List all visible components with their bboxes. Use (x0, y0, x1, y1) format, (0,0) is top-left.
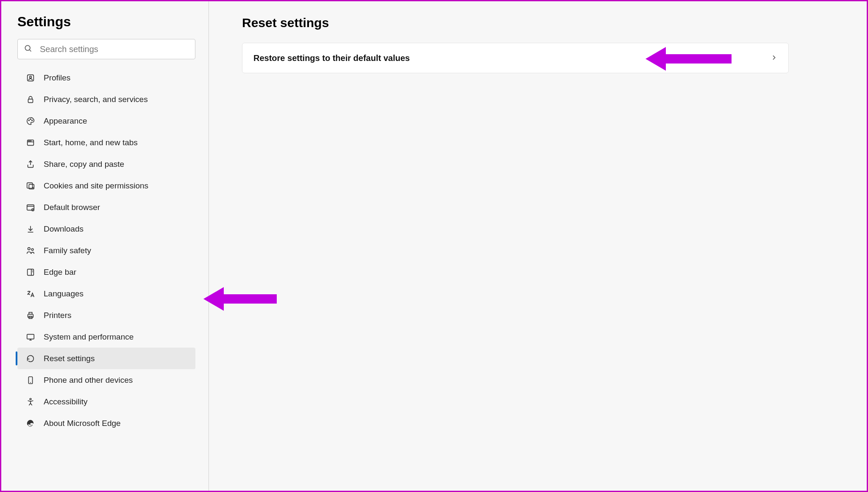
sidebar-item-family[interactable]: Family safety (17, 240, 195, 261)
main-content: Reset settings Restore settings to their… (209, 1, 867, 491)
svg-rect-22 (28, 269, 34, 276)
sidebar-item-tabs[interactable]: Start, home, and new tabs (17, 132, 195, 153)
sidebar-item-label: About Microsoft Edge (44, 419, 121, 428)
profiles-icon (24, 73, 37, 83)
tabs-icon (24, 138, 37, 147)
svg-point-5 (28, 120, 29, 121)
sidebar-item-label: System and performance (44, 332, 134, 342)
svg-point-20 (28, 248, 31, 250)
svg-point-15 (33, 188, 33, 188)
sidebar-item-label: Privacy, search, and services (44, 95, 148, 104)
svg-line-1 (30, 50, 31, 52)
search-input[interactable] (40, 44, 189, 54)
accessibility-icon (24, 397, 37, 406)
chevron-right-icon (771, 53, 777, 63)
svg-point-0 (25, 45, 30, 50)
svg-point-6 (30, 119, 31, 119)
settings-sidebar: Settings ProfilesPrivacy, search, and se… (1, 1, 209, 491)
svg-point-21 (31, 249, 33, 251)
printer-icon (24, 310, 37, 320)
sidebar-item-label: Share, copy and paste (44, 160, 124, 169)
app-frame: Settings ProfilesPrivacy, search, and se… (0, 0, 868, 492)
sidebar-item-profiles[interactable]: Profiles (17, 67, 195, 88)
svg-rect-26 (28, 314, 33, 317)
sidebar-item-edgebar[interactable]: Edge bar (17, 261, 195, 283)
family-icon (24, 246, 37, 255)
restore-defaults-label: Restore settings to their default values (253, 53, 410, 63)
sidebar-item-download[interactable]: Downloads (17, 218, 195, 240)
sidebar-item-label: Reset settings (44, 354, 95, 363)
sidebar-item-label: Profiles (44, 73, 70, 83)
sidebar-item-label: Phone and other devices (44, 376, 133, 385)
language-icon (24, 289, 37, 299)
sidebar-item-edge[interactable]: About Microsoft Edge (17, 412, 195, 434)
search-box[interactable] (17, 39, 195, 59)
svg-rect-27 (29, 312, 32, 315)
reset-icon (24, 354, 37, 363)
sidebar-item-accessibility[interactable]: Accessibility (17, 391, 195, 412)
sidebar-item-label: Default browser (44, 203, 100, 212)
svg-rect-13 (27, 183, 33, 188)
svg-point-7 (32, 120, 33, 121)
svg-rect-29 (27, 334, 34, 339)
cookies-icon (24, 181, 37, 191)
sidebar-item-reset[interactable]: Reset settings (17, 348, 195, 369)
sidebar-item-label: Appearance (44, 116, 87, 126)
svg-point-11 (30, 141, 30, 141)
sidebar-item-label: Accessibility (44, 397, 87, 406)
sidebar-item-share[interactable]: Share, copy and paste (17, 153, 195, 175)
sidebar-item-label: Printers (44, 311, 71, 320)
page-title: Reset settings (242, 16, 850, 30)
edge-icon (24, 418, 37, 428)
edgebar-icon (24, 267, 37, 277)
svg-point-12 (31, 141, 31, 141)
search-icon (24, 44, 32, 54)
sidebar-item-lock[interactable]: Privacy, search, and services (17, 88, 195, 110)
sidebar-item-phone[interactable]: Phone and other devices (17, 369, 195, 391)
palette-icon (24, 116, 37, 126)
lock-icon (24, 94, 37, 104)
sidebar-item-palette[interactable]: Appearance (17, 110, 195, 132)
sidebar-item-label: Downloads (44, 224, 83, 234)
browser-icon (24, 202, 37, 212)
sidebar-item-language[interactable]: Languages (17, 283, 195, 304)
svg-rect-4 (28, 99, 33, 102)
sidebar-item-label: Languages (44, 289, 83, 299)
sidebar-item-system[interactable]: System and performance (17, 326, 195, 348)
sidebar-item-label: Start, home, and new tabs (44, 138, 138, 147)
svg-point-3 (30, 76, 32, 78)
sidebar-title: Settings (17, 14, 200, 30)
sidebar-item-label: Family safety (44, 246, 91, 255)
settings-nav: ProfilesPrivacy, search, and servicesApp… (17, 67, 200, 434)
svg-point-34 (30, 398, 31, 400)
phone-icon (24, 375, 37, 385)
system-icon (24, 332, 37, 342)
sidebar-item-printer[interactable]: Printers (17, 304, 195, 326)
sidebar-item-browser[interactable]: Default browser (17, 196, 195, 218)
sidebar-item-label: Cookies and site permissions (44, 181, 148, 191)
restore-defaults-row[interactable]: Restore settings to their default values (242, 43, 789, 73)
download-icon (24, 224, 37, 234)
svg-point-10 (28, 141, 29, 141)
share-icon (24, 159, 37, 169)
sidebar-item-label: Edge bar (44, 268, 76, 277)
sidebar-item-cookies[interactable]: Cookies and site permissions (17, 175, 195, 196)
